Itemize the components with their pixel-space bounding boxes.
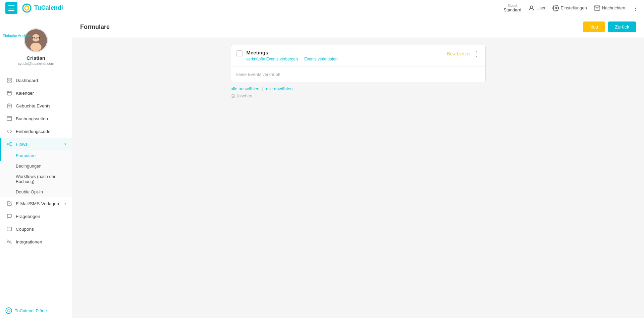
sidebar-label-email-sms: E-Mail/SMS-Vorlagen	[16, 201, 59, 206]
sidebar-label-flows: Flows	[16, 142, 28, 147]
sidebar-label-gebuchte-events: Gebuchte Events	[16, 103, 51, 108]
trash-icon	[231, 94, 235, 98]
svg-point-9	[31, 43, 42, 51]
profile-name: Cristian	[26, 55, 45, 61]
sidebar-label-integrationen: Integrationen	[16, 239, 42, 244]
form-card: Meetings verknüpfte Events verbergen | E…	[231, 45, 486, 82]
browser-icon	[6, 116, 12, 122]
user-nav-item[interactable]: User	[528, 5, 545, 11]
sidebar-label-fragebogen: Fragebögen	[16, 214, 40, 219]
modul-type: Standard	[503, 7, 521, 12]
settings-icon	[552, 5, 559, 11]
svg-point-28	[10, 142, 11, 143]
delete-action[interactable]: löschen	[231, 93, 486, 98]
sidebar-subitem-bedingungen[interactable]: Bedingungen	[0, 161, 72, 171]
deselect-all-link[interactable]: alle abwählen	[266, 86, 293, 91]
hamburger-menu[interactable]	[5, 2, 17, 14]
sidebar-subitem-double-opt-in[interactable]: Double Opt-In	[0, 187, 72, 197]
sidebar-item-buchungsseiten[interactable]: Buchungsseiten	[0, 112, 72, 125]
coupon-icon	[6, 226, 12, 232]
form-card-info: Meetings verknüpfte Events verbergen | E…	[247, 50, 338, 61]
sidebar-subitem-workflows[interactable]: Workflows (nach der Buchung)	[0, 171, 72, 187]
navbar-right: Modul Standard User Einstellungen Nachri…	[503, 4, 639, 12]
form-checkbox[interactable]	[236, 50, 243, 56]
form-card-links: verknüpfte Events verbergen | Events ver…	[247, 57, 338, 61]
settings-label: Einstellungen	[561, 5, 587, 10]
svg-point-5	[555, 7, 556, 9]
sidebar-label-einbindungscode: Einbindungscode	[16, 129, 51, 134]
sidebar-profile: Cristian ayuda@tucalendi.com	[0, 16, 72, 71]
sidebar-item-fragebogen[interactable]: Fragebögen	[0, 210, 72, 223]
sidebar-label-buchungsseiten: Buchungsseiten	[16, 116, 48, 121]
layout: Einfache Ansicht Cristian ayuda@tucalend…	[0, 16, 644, 318]
plans-logo-icon	[5, 307, 12, 314]
calendar-check-icon	[6, 103, 12, 109]
svg-rect-25	[7, 117, 11, 121]
flows-icon	[6, 141, 12, 147]
hide-events-link[interactable]: verknüpfte Events verbergen	[247, 57, 298, 61]
sidebar-item-flows[interactable]: Flows ▾	[0, 138, 72, 150]
navbar-more-dots[interactable]: ⋮	[632, 4, 639, 12]
logo: TuCalendi	[21, 3, 63, 13]
navbar-left: TuCalendi	[5, 2, 63, 14]
select-all-link[interactable]: alle auswählen	[231, 86, 260, 91]
svg-rect-14	[10, 78, 11, 80]
svg-line-31	[8, 144, 11, 145]
sidebar-item-dashboard[interactable]: Dashboard	[0, 74, 72, 87]
check-circle-icon	[6, 200, 12, 207]
svg-rect-17	[7, 91, 11, 95]
plans-label: TuCalendi Pläne	[15, 308, 47, 313]
svg-point-27	[7, 144, 8, 145]
fragebogen-icon	[6, 213, 12, 219]
avatar	[24, 28, 48, 52]
sidebar-item-integrationen[interactable]: Integrationen	[0, 235, 72, 248]
svg-point-8	[32, 34, 40, 42]
bulk-actions: alle auswählen | alle abwählen	[231, 86, 486, 91]
logo-text: TuCalendi	[34, 4, 63, 11]
form-card-left: Meetings verknüpfte Events verbergen | E…	[236, 50, 338, 61]
modul-label: Modul	[503, 4, 521, 7]
no-events-text: keine Events verknüpft	[236, 72, 281, 77]
bearbeiten-button[interactable]: Bearbeiten	[447, 51, 470, 56]
messages-nav-item[interactable]: Nachrichten	[594, 5, 625, 11]
zuruck-button[interactable]: Zurück	[608, 21, 636, 32]
main-content: Formulare Neu Zurück Meetings verknüpfte…	[72, 16, 644, 318]
integrations-icon	[6, 239, 12, 245]
avatar-image	[25, 29, 47, 51]
connect-events-link[interactable]: Events verknüpfen	[304, 57, 337, 61]
sidebar-plans: TuCalendi Pläne	[0, 303, 72, 318]
user-label: User	[536, 5, 545, 10]
user-icon	[528, 5, 535, 11]
page-header-actions: Neu Zurück	[583, 21, 636, 32]
logo-icon	[21, 3, 32, 13]
plans-link[interactable]: TuCalendi Pläne	[5, 307, 66, 314]
sidebar-label-dashboard: Dashboard	[16, 78, 38, 83]
sidebar-item-email-sms[interactable]: E-Mail/SMS-Vorlagen ▾	[0, 197, 72, 210]
svg-rect-13	[7, 78, 9, 80]
messages-icon	[594, 5, 600, 11]
form-card-header: Meetings verknüpfte Events verbergen | E…	[231, 45, 485, 66]
sidebar-item-einbindungscode[interactable]: Einbindungscode	[0, 125, 72, 138]
flows-arrow-icon: ▾	[64, 142, 66, 146]
sidebar-item-coupons[interactable]: Coupons	[0, 223, 72, 235]
svg-point-37	[7, 309, 10, 312]
sidebar-subitem-formulare[interactable]: Formulare	[0, 150, 72, 161]
settings-nav-item[interactable]: Einstellungen	[552, 5, 587, 11]
bulk-separator: |	[262, 86, 263, 91]
svg-point-36	[6, 308, 12, 314]
messages-label: Nachrichten	[602, 5, 625, 10]
einfache-ansicht-link[interactable]: Einfache Ansicht	[3, 34, 30, 38]
sidebar-label-kalender: Kalender	[16, 91, 34, 96]
svg-rect-15	[10, 81, 11, 82]
card-dots-menu[interactable]: ⋮	[473, 50, 480, 58]
svg-point-29	[10, 145, 11, 146]
neu-button[interactable]: Neu	[583, 21, 605, 32]
sidebar-nav: Dashboard Kalender Gebuchte Events	[0, 71, 72, 303]
sidebar-item-kalender[interactable]: Kalender	[0, 87, 72, 99]
form-card-actions: Bearbeiten ⋮	[447, 50, 480, 58]
page-title: Formulare	[80, 24, 110, 31]
email-sms-arrow-icon: ▾	[64, 201, 66, 206]
form-card-title: Meetings	[247, 50, 338, 55]
sidebar-item-gebuchte-events[interactable]: Gebuchte Events	[0, 99, 72, 112]
sidebar: Einfache Ansicht Cristian ayuda@tucalend…	[0, 16, 72, 318]
